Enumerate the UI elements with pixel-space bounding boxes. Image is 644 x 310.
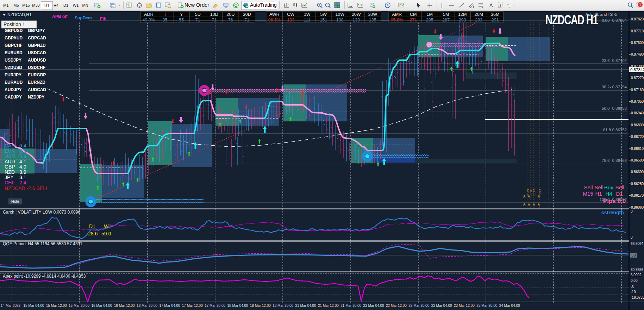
svg-text:38.2- 0.87154: 38.2- 0.87154 <box>602 85 627 89</box>
svg-text:21 Mar 20:00: 21 Mar 20:00 <box>340 304 361 308</box>
svg-text:0.86830: 0.86830 <box>631 123 644 127</box>
svg-text:71: 71 <box>244 18 249 23</box>
svg-text:0.00: 0.00 <box>631 279 638 283</box>
svg-text:GBPCHF: GBPCHF <box>5 43 23 48</box>
svg-text:0.86280: 0.86280 <box>631 182 644 186</box>
svg-text:H4: H4 <box>605 191 612 197</box>
svg-text:17 Mar 12:00: 17 Mar 12:00 <box>182 304 203 308</box>
svg-text:GBPJPY: GBPJPY <box>28 28 45 33</box>
svg-text:CAD: CAD <box>5 143 15 148</box>
svg-text:SupDem: SupDem <box>75 15 92 20</box>
svg-text:EURJPY: EURJPY <box>5 72 21 77</box>
svg-text:23.6- 0.87402: 23.6- 0.87402 <box>602 58 627 63</box>
svg-text:Buy: Buy <box>604 184 613 190</box>
svg-text:16 Mar 20:00: 16 Mar 20:00 <box>137 304 157 308</box>
svg-text:Sell: Sell <box>584 184 593 190</box>
svg-text:22 Mar 04:00: 22 Mar 04:00 <box>363 304 384 308</box>
svg-text:0.87710: 0.87710 <box>631 29 644 33</box>
svg-text:23 Mar 04:00: 23 Mar 04:00 <box>431 304 452 308</box>
svg-text:JPY: JPY <box>5 175 14 180</box>
svg-text:12M: 12M <box>458 12 467 17</box>
svg-text:0.87160: 0.87160 <box>631 88 644 92</box>
svg-text:17 Mar 04:00: 17 Mar 04:00 <box>159 304 180 308</box>
svg-text:GBPAUD: GBPAUD <box>5 36 23 40</box>
svg-text:4.0: 4.0 <box>19 164 26 170</box>
svg-text:EURAUD: EURAUD <box>5 80 23 85</box>
svg-text:61.8 0.86752: 61.8 0.86752 <box>603 128 627 132</box>
svg-text:111: 111 <box>304 18 311 23</box>
svg-text:EURGBP: EURGBP <box>28 72 46 77</box>
svg-text:AUDCAD: AUDCAD <box>28 87 46 92</box>
svg-text:15 Mar 12:00: 15 Mar 12:00 <box>46 304 67 308</box>
svg-text:-16.0733: -16.0733 <box>631 296 644 299</box>
svg-text:Position !: Position ! <box>4 21 24 27</box>
svg-text:30W: 30W <box>368 12 377 17</box>
svg-text:CM: CM <box>410 12 417 17</box>
svg-text:30D: 30D <box>243 12 251 17</box>
svg-text:EURNZD: EURNZD <box>28 80 45 85</box>
svg-text:GBPNZD: GBPNZD <box>28 43 46 48</box>
svg-text:Garch ¦ VOLATILITY LOW 0.0073: Garch ¦ VOLATILITY LOW 0.0073 0.0096 <box>3 210 80 215</box>
svg-text:0.00- 0.87804: 0.00- 0.87804 <box>602 18 627 23</box>
svg-text:291: 291 <box>492 18 499 23</box>
svg-text:USDJPY: USDJPY <box>5 58 21 63</box>
svg-text:AMR: AMR <box>392 12 402 17</box>
svg-text:35: 35 <box>163 18 168 23</box>
svg-text:CHF: CHF <box>5 180 15 185</box>
svg-text:EUR: EUR <box>532 189 536 196</box>
svg-text:18 Mar 12:00: 18 Mar 12:00 <box>250 304 271 308</box>
svg-text:CADJPY: CADJPY <box>5 95 22 100</box>
svg-text:★: ★ <box>537 202 541 207</box>
svg-text:USDCHF: USDCHF <box>28 65 45 70</box>
svg-text:0.86390: 0.86390 <box>631 170 644 174</box>
svg-text:0.87820: 0.87820 <box>631 17 644 21</box>
svg-text:5D: 5D <box>195 12 201 17</box>
svg-text:295: 295 <box>426 18 433 23</box>
svg-text:23 Mar 20:00: 23 Mar 20:00 <box>476 304 497 308</box>
svg-text:0.87270: 0.87270 <box>631 76 644 80</box>
svg-text:138: 138 <box>336 18 344 23</box>
svg-text:cstrength: cstrength <box>601 210 624 215</box>
svg-text:71: 71 <box>212 18 217 23</box>
svg-text:Pips 0.0: Pips 0.0 <box>603 198 626 204</box>
svg-text:0.86060: 0.86060 <box>631 205 644 209</box>
svg-text:M15: M15 <box>583 191 593 197</box>
svg-text:17 Mar 20:00: 17 Mar 20:00 <box>205 304 225 308</box>
svg-text:20M: 20M <box>475 12 483 17</box>
svg-text:21 Mar 04:00: 21 Mar 04:00 <box>295 304 316 308</box>
svg-text:49.0%: 49.0% <box>143 18 155 23</box>
svg-text:16 Mar 04:00: 16 Mar 04:00 <box>91 304 112 308</box>
svg-text:T: T <box>500 3 502 7</box>
svg-text:1: 1 <box>639 3 641 7</box>
svg-text:★: ★ <box>522 202 526 207</box>
svg-text:6.1: 6.1 <box>19 148 26 154</box>
svg-text:A: A <box>489 2 493 8</box>
svg-text:271: 271 <box>409 18 417 23</box>
svg-text:AUDUSD: AUDUSD <box>28 58 46 63</box>
svg-text:6.4: 6.4 <box>19 143 26 148</box>
svg-text:36M: 36M <box>491 12 499 17</box>
svg-text:D1: D1 <box>89 223 95 229</box>
svg-text:Sell: Sell <box>594 184 603 190</box>
svg-text:22 Mar 20:00: 22 Mar 20:00 <box>408 304 429 308</box>
svg-text:78.6- 0.86466: 78.6- 0.86466 <box>602 158 627 163</box>
svg-text:★: ★ <box>527 202 531 207</box>
svg-text:76: 76 <box>228 18 233 23</box>
svg-text:3.9: 3.9 <box>19 169 26 175</box>
svg-text:22 Mar 12:00: 22 Mar 12:00 <box>386 304 407 308</box>
svg-text:23 Mar 12:00: 23 Mar 12:00 <box>454 304 475 308</box>
svg-text:k: k <box>358 3 359 5</box>
svg-text:0.86500: 0.86500 <box>631 158 644 162</box>
svg-text:5W: 5W <box>320 12 327 17</box>
svg-text:AWR: AWR <box>269 12 280 17</box>
svg-text:-10: -10 <box>631 290 636 294</box>
svg-text:15 Mar 04:00: 15 Mar 04:00 <box>23 304 44 308</box>
svg-text:Y: Y <box>180 12 183 17</box>
svg-text:18 Mar 04:00: 18 Mar 04:00 <box>227 304 248 308</box>
svg-text:0.86940: 0.86940 <box>631 111 644 115</box>
svg-text:151: 151 <box>320 18 327 23</box>
svg-text:2.4: 2.4 <box>19 180 26 185</box>
svg-text:95.8%: 95.8% <box>391 18 403 23</box>
svg-text:55: 55 <box>179 18 184 23</box>
svg-text:0: 0 <box>631 209 633 213</box>
